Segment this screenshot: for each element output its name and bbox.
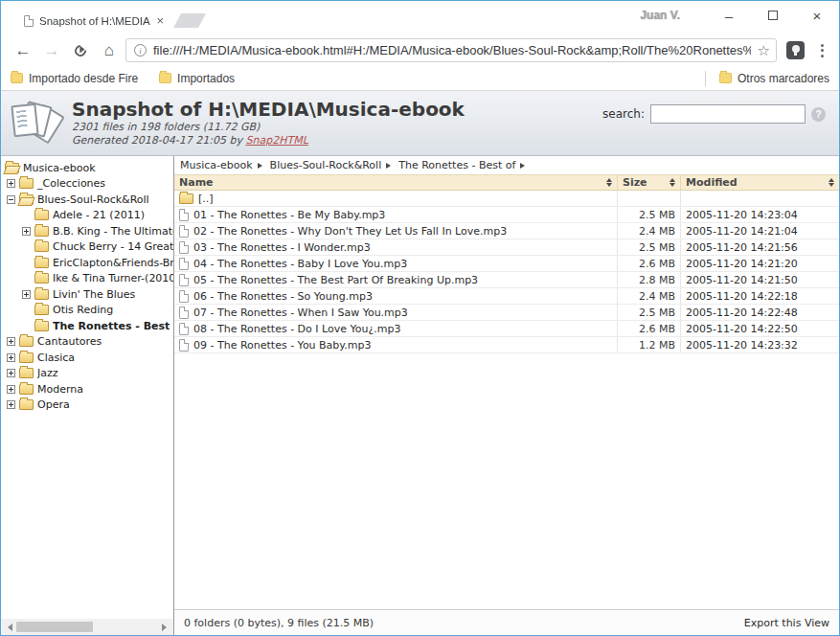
expand-icon[interactable] (7, 400, 15, 409)
expand-icon[interactable] (7, 385, 15, 394)
tree-item[interactable]: Moderna (3, 381, 173, 398)
profile-name[interactable]: Juan V. (640, 9, 680, 22)
tree-item[interactable]: Adele - 21 (2011) (3, 208, 173, 224)
expand-icon[interactable] (22, 227, 31, 236)
file-row[interactable]: 07 - The Ronettes - When I Saw You.mp32.… (174, 305, 839, 321)
reload-icon[interactable] (68, 38, 93, 63)
bookmark-label: Importados (177, 72, 235, 85)
generated-prefix: Generated 2018-04-17 21:05 by (72, 134, 245, 147)
maximize-button[interactable] (751, 1, 795, 30)
tree-item[interactable]: Cantautores (3, 334, 173, 351)
search-input[interactable] (650, 104, 806, 124)
status-bar: 0 folders (0 bytes), 9 files (21.5 MB) E… (174, 609, 839, 635)
tree-item[interactable]: _Colecciones (3, 176, 173, 193)
tree-item[interactable]: The Ronettes - Best of (3, 318, 173, 334)
other-bookmarks-button[interactable]: Otros marcadores (719, 72, 829, 85)
url-text[interactable]: file:///H:/MEDIA/Musica-ebook.html#H:/ME… (153, 43, 751, 57)
breadcrumb-item[interactable]: The Ronettes - Best of (398, 159, 515, 171)
back-icon[interactable]: ← (11, 38, 35, 63)
tree-horizontal-scrollbar[interactable] (1, 619, 173, 635)
file-modified: 2005-11-20 14:22:48 (680, 305, 839, 320)
bookmark-item[interactable]: Importados (159, 72, 235, 85)
expand-icon[interactable] (7, 179, 15, 188)
address-bar[interactable]: i file:///H:/MEDIA/Musica-ebook.html#H:/… (125, 38, 777, 62)
file-icon (179, 323, 189, 335)
breadcrumb-item[interactable]: Blues-Soul-Rock&Roll (270, 159, 382, 171)
collapse-icon[interactable] (7, 195, 15, 204)
tree-item-label: Opera (37, 398, 70, 411)
close-button[interactable]: × (795, 1, 839, 30)
tree-item[interactable]: Musica-ebook (3, 160, 173, 176)
file-modified: 2005-11-20 14:23:04 (680, 207, 839, 222)
browser-tab[interactable]: Snapshot of H:\MEDIA\M × (11, 7, 171, 34)
column-header-size[interactable]: Size (617, 175, 680, 190)
bookmark-star-icon[interactable]: ☆ (758, 42, 770, 59)
tree-item-label: Chuck Berry - 14 Great (53, 240, 173, 253)
tree-item[interactable]: Jazz (3, 366, 173, 382)
empty-space (174, 353, 839, 609)
tree-item[interactable]: Ike & Tina Turner-(2010 (3, 271, 173, 287)
expand-icon[interactable] (7, 337, 15, 346)
file-name: 08 - The Ronettes - Do I Love You¿.mp3 (193, 323, 401, 335)
file-row[interactable]: 08 - The Ronettes - Do I Love You¿.mp32.… (174, 321, 839, 337)
expand-icon[interactable] (7, 369, 15, 377)
page-icon (24, 15, 34, 27)
home-icon[interactable]: ⌂ (97, 38, 122, 63)
export-view-link[interactable]: Export this View (744, 617, 829, 629)
minimize-button[interactable]: – (707, 1, 751, 30)
tree-item[interactable]: B.B. King - The Ultimate (3, 223, 173, 239)
folder-icon (34, 210, 49, 220)
folder-icon (19, 368, 34, 378)
bookmark-item[interactable]: Importado desde Fire (11, 72, 138, 85)
page-header: Snapshot of H:\MEDIA\Musica-ebook 2301 f… (1, 91, 839, 156)
table-header: Name Size Modified (174, 174, 839, 191)
file-modified: 2005-11-20 14:21:56 (680, 239, 839, 255)
tab-close-icon[interactable]: × (156, 14, 164, 27)
file-row[interactable]: 05 - The Ronettes - The Best Part Of Bre… (174, 272, 839, 288)
tree-item[interactable]: Clasica (3, 350, 173, 366)
folder-tree-panel: Musica-ebook_ColeccionesBlues-Soul-Rock&… (1, 156, 174, 635)
page-info-icon[interactable]: i (134, 44, 147, 57)
scroll-left-icon[interactable] (4, 624, 12, 631)
snap2html-link[interactable]: Snap2HTML (245, 134, 307, 147)
file-size: 2.5 MB (617, 207, 680, 222)
file-name: 01 - The Ronettes - Be My Baby.mp3 (193, 209, 385, 221)
file-row[interactable]: 06 - The Ronettes - So Young.mp32.4 MB20… (174, 288, 839, 305)
file-row[interactable]: 02 - The Ronettes - Why Don't They Let U… (174, 223, 839, 239)
menu-icon[interactable] (812, 41, 831, 60)
snapshot-papers-icon (11, 100, 66, 148)
breadcrumb-item[interactable]: Musica-ebook (180, 159, 253, 171)
file-row[interactable]: 04 - The Ronettes - Baby I Love You.mp32… (174, 256, 839, 272)
tree-item[interactable]: Otis Reding (3, 303, 173, 319)
folder-icon (34, 258, 49, 268)
file-name: 05 - The Ronettes - The Best Part Of Bre… (193, 274, 478, 286)
parent-directory-row[interactable]: [..] (174, 191, 839, 207)
forward-icon[interactable]: → (39, 38, 64, 63)
file-row[interactable]: 03 - The Ronettes - I Wonder.mp32.5 MB20… (174, 239, 839, 256)
tree-item[interactable]: Chuck Berry - 14 Great (3, 239, 173, 256)
scroll-thumb[interactable] (16, 622, 93, 632)
file-icon (179, 258, 189, 270)
expand-icon[interactable] (7, 353, 15, 362)
column-header-name[interactable]: Name (174, 175, 617, 190)
column-header-modified[interactable]: Modified (680, 175, 839, 190)
file-row[interactable]: 09 - The Ronettes - You Baby.mp31.2 MB20… (174, 337, 839, 353)
expand-icon[interactable] (22, 290, 31, 299)
folder-icon (19, 194, 34, 205)
tree-item[interactable]: Livin' The Blues (3, 286, 173, 303)
folder-icon (19, 178, 34, 189)
help-icon[interactable]: ? (811, 107, 826, 122)
tree-item[interactable]: Opera (3, 398, 173, 414)
tree-item[interactable]: Blues-Soul-Rock&Roll (3, 192, 173, 208)
file-name: 09 - The Ronettes - You Baby.mp3 (193, 339, 371, 352)
folder-icon (19, 399, 34, 410)
tree-item[interactable]: EricClapton&Friends-Bri (3, 255, 173, 271)
tab-title: Snapshot of H:\MEDIA\M (39, 15, 150, 27)
extension-icon[interactable] (786, 41, 805, 59)
file-modified: 2005-11-20 14:21:50 (680, 272, 839, 287)
file-row[interactable]: 01 - The Ronettes - Be My Baby.mp32.5 MB… (174, 207, 839, 223)
parent-directory-label: [..] (198, 193, 214, 205)
scroll-right-icon[interactable] (162, 624, 170, 631)
file-icon (179, 209, 189, 221)
new-tab-button[interactable] (173, 13, 206, 28)
